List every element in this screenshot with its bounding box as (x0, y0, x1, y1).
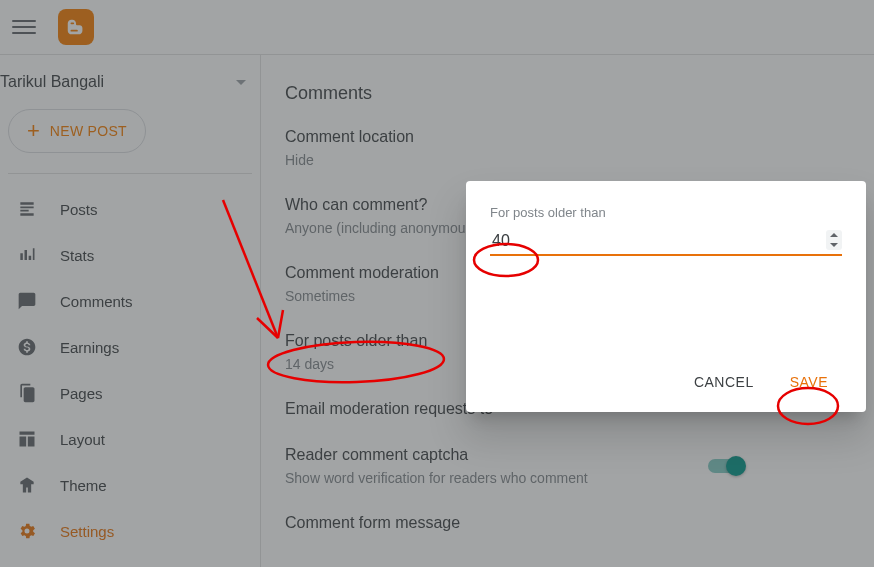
number-spinner (826, 230, 842, 250)
dialog-input-wrap (490, 230, 842, 256)
dialog-for-posts-older: For posts older than CANCEL SAVE (466, 181, 866, 412)
cancel-button[interactable]: CANCEL (680, 366, 768, 398)
spinner-up-icon[interactable] (826, 230, 842, 240)
dialog-title: For posts older than (490, 205, 842, 220)
dialog-actions: CANCEL SAVE (490, 366, 842, 398)
spinner-down-icon[interactable] (826, 240, 842, 250)
save-button[interactable]: SAVE (776, 366, 842, 398)
days-input[interactable] (490, 230, 842, 256)
